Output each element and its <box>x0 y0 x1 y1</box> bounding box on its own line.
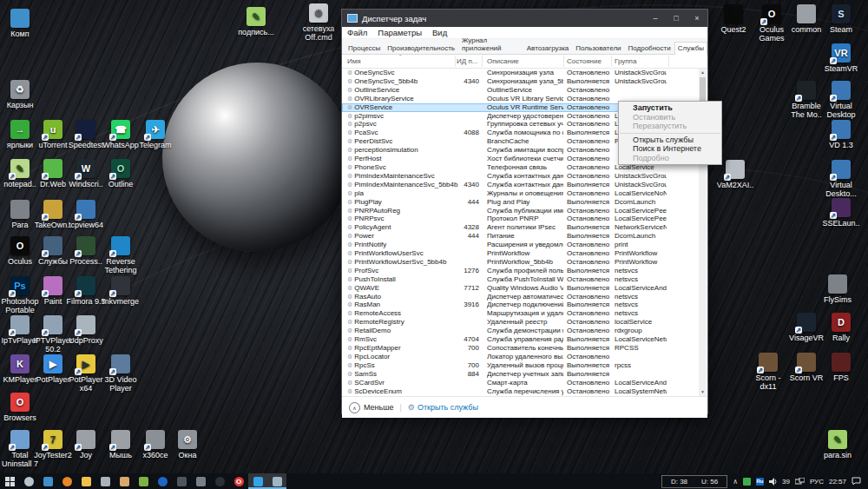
tray-green-icon[interactable] <box>743 478 751 486</box>
context-menu-item-Запустить[interactable]: Запустить <box>619 103 721 113</box>
maximize-button[interactable]: □ <box>666 10 687 27</box>
icon-fps[interactable]: FPS <box>821 353 861 382</box>
service-row[interactable]: ⚙PrintWorkflowUserSvcPrintWorkflowОстано… <box>342 249 707 258</box>
punto-switcher-icon[interactable]: Ru <box>756 478 764 486</box>
taskbar-opera[interactable]: O <box>229 473 248 489</box>
fewer-details-button[interactable]: Меньше <box>364 403 394 412</box>
start-button[interactable] <box>0 473 19 489</box>
action-center-icon[interactable] <box>852 477 861 486</box>
service-row[interactable]: ⚙ProfSvc1276Служба профилей пользов...Вы… <box>342 267 707 275</box>
service-row[interactable]: ⚙RpcLocatorЛокатор удаленного вызов...Ос… <box>342 353 707 361</box>
icon-reverse-tethering[interactable]: ↗Reverse Tethering <box>101 236 141 274</box>
service-row[interactable]: ⚙PolicyAgent4328Агент политики IPsecВыпо… <box>342 223 707 232</box>
icon-virtual-desktop[interactable]: ↗Virtual Desktop <box>821 81 861 119</box>
service-row[interactable]: ⚙QWAVE7712Quality Windows Audio Vide...В… <box>342 284 707 293</box>
taskbar-everything-search[interactable] <box>57 473 76 489</box>
tab-Пользователи[interactable]: Пользователи <box>572 42 624 54</box>
service-row[interactable]: ⚙RemoteRegistryУдаленный реестрОстановле… <box>342 318 707 327</box>
service-row[interactable]: ⚙RasMan3916Диспетчер подключений у...Вып… <box>342 301 707 309</box>
icon-steam[interactable]: SSteam <box>821 4 861 34</box>
taskbar-tiles-app[interactable] <box>248 473 267 489</box>
service-row[interactable]: ⚙PNRPsvcПротокол PNRPОстановленоLocalSer… <box>342 215 707 223</box>
icon-quest2[interactable]: Quest2 <box>713 4 753 34</box>
service-row[interactable]: ⚙RetailDemoСлужба демонстрации маг...Ост… <box>342 327 707 335</box>
icon-sselaun[interactable]: ↗SSELaun.. <box>821 198 861 228</box>
service-row[interactable]: ⚙PimIndexMaintenanceSvc_5bb4b4340Служба … <box>342 181 707 189</box>
tab-Журнал приложений[interactable]: Журнал приложений <box>458 34 523 54</box>
icon-telegram[interactable]: ✈↗Telegram <box>135 120 175 149</box>
language-indicator[interactable]: РУС <box>810 478 824 486</box>
service-row[interactable]: ⚙PlugPlay444Plug and PlayВыполняетсяDcom… <box>342 198 707 207</box>
title-bar[interactable]: Диспетчер задач – □ × <box>342 10 707 27</box>
tab-Производительность[interactable]: Производительность <box>384 42 458 54</box>
icon-mkvmerge[interactable]: ↗mkvmerge <box>101 276 141 306</box>
menu-Параметры[interactable]: Параметры <box>372 28 427 37</box>
icon-outline[interactable]: O↗Outline <box>101 159 141 188</box>
network-speed-widget[interactable]: D: 38 U: 56 <box>661 475 727 488</box>
icon-setevuha-cmd[interactable]: ⚙сетевуха Off.cmd <box>299 3 339 42</box>
icon-podpis[interactable]: ✎подпись... <box>236 7 276 36</box>
taskbar-search[interactable] <box>19 473 38 489</box>
taskbar-oculus-app[interactable] <box>210 473 229 489</box>
scroll-up-icon[interactable]: ▲ <box>699 69 707 76</box>
taskbar-explorer[interactable] <box>76 473 95 489</box>
network-icon[interactable] <box>795 478 805 486</box>
service-row[interactable]: ⚙RpcSs700Удаленный вызов процеду...Выпол… <box>342 361 707 370</box>
open-services-link[interactable]: Открыть службы <box>418 403 478 412</box>
tab-Процессы[interactable]: Процессы <box>345 42 384 54</box>
tab-Автозагрузка[interactable]: Автозагрузка <box>523 42 573 54</box>
service-row[interactable]: ⚙ScDeviceEnumСлужба перечисления уст...О… <box>342 387 707 396</box>
icon-vd13[interactable]: ↗VD 1.3 <box>821 120 861 149</box>
context-menu-item-Поиск в Интернете[interactable]: Поиск в Интернете <box>619 144 721 154</box>
minimize-button[interactable]: – <box>645 10 666 27</box>
tray-number[interactable]: 39 <box>782 478 790 486</box>
service-row[interactable]: ⚙RasAutoДиспетчер автоматических...Остан… <box>342 293 707 301</box>
close-button[interactable]: × <box>687 10 707 27</box>
service-row[interactable]: ⚙PushToInstallСлужба PushToInstall Wind.… <box>342 275 707 284</box>
service-row[interactable]: ⚙SCardSvrСмарт-картаОстановленоLocalServ… <box>342 379 707 387</box>
service-row[interactable]: ⚙OneSyncSvcСинхронизация узлаОстановлено… <box>342 69 707 77</box>
service-row[interactable]: ⚙plaЖурналы и оповещения п...Остановлено… <box>342 189 707 198</box>
menu-Файл[interactable]: Файл <box>342 28 372 37</box>
taskbar-app-gray[interactable] <box>95 473 115 489</box>
taskbar-app-dark[interactable] <box>172 473 191 489</box>
service-row[interactable]: ⚙OneSyncSvc_5bb4b4340Синхронизация узла_… <box>342 77 707 86</box>
service-row[interactable]: ⚙RemoteAccessМаршрутизация и удаленн...О… <box>342 309 707 318</box>
taskbar-phone-app[interactable] <box>38 473 57 489</box>
clock[interactable]: 22:57 <box>829 478 846 486</box>
service-row[interactable]: ⚙PimIndexMaintenanceSvcСлужба контактных… <box>342 172 707 181</box>
service-row[interactable]: ⚙RmSvc4704Служба управления радиоВыполня… <box>342 335 707 344</box>
service-row[interactable]: ⚙RpcEptMapper700Сопоставитель конечных т… <box>342 344 707 353</box>
icon-rally[interactable]: DRally <box>821 313 861 342</box>
icon-udpproxy[interactable]: ↗UdpProxy <box>66 315 106 345</box>
icon-my-computer[interactable]: Комп <box>0 9 40 38</box>
tab-Службы[interactable]: Службы <box>674 42 707 55</box>
column-header-Имя[interactable]: Имя <box>347 57 361 65</box>
column-header-Описание[interactable]: Описание <box>487 57 519 65</box>
column-header-Группа[interactable]: Группа <box>615 57 636 65</box>
chevron-up-icon[interactable]: ∧ <box>349 402 360 413</box>
column-header-ИД п...[interactable]: ИД п... <box>457 57 477 65</box>
icon-flysims[interactable]: FlySims <box>818 274 858 304</box>
taskbar-gamepad-app[interactable] <box>191 473 210 489</box>
icon-tcpview[interactable]: ↗tcpview64 <box>66 200 106 229</box>
scroll-down-icon[interactable]: ▼ <box>699 388 707 396</box>
service-row[interactable]: ⚙PNRPAutoRegСлужба публикации имен ...Ос… <box>342 207 707 215</box>
taskbar-task-manager[interactable] <box>267 473 286 489</box>
tab-Подробности[interactable]: Подробности <box>625 42 674 54</box>
column-header-Состояние[interactable]: Состояние <box>567 57 602 65</box>
icon-virtual-desktop2[interactable]: ↗Virtual Deskto... <box>821 160 861 198</box>
menu-Вид[interactable]: Вид <box>427 28 452 37</box>
speaker-icon[interactable] <box>769 478 777 486</box>
icon-recycle-bin[interactable]: ♻Карзын <box>0 80 40 109</box>
service-row[interactable]: ⚙PrintWorkflowUserSvc_5bb4bPrintWorkflow… <box>342 258 707 267</box>
context-menu-item-Открыть службы[interactable]: Открыть службы <box>619 135 721 145</box>
service-row[interactable]: ⚙OutlineServiceOutlineServiceОстановлено <box>342 86 707 95</box>
icon-scorn-dx11[interactable]: ↗Scorn -dx11 <box>748 353 788 391</box>
icon-okna[interactable]: ⚙Окна <box>168 430 207 459</box>
hidden-icons-chevron[interactable]: ∧ <box>733 478 738 486</box>
icon-3d-video-player[interactable]: ↗3D Video Player <box>101 354 141 393</box>
taskbar-sphere-app[interactable] <box>153 473 172 489</box>
icon-steamvr[interactable]: VR↗SteamVR <box>821 43 861 73</box>
icon-browsers-opera[interactable]: OBrowsers <box>0 393 40 422</box>
